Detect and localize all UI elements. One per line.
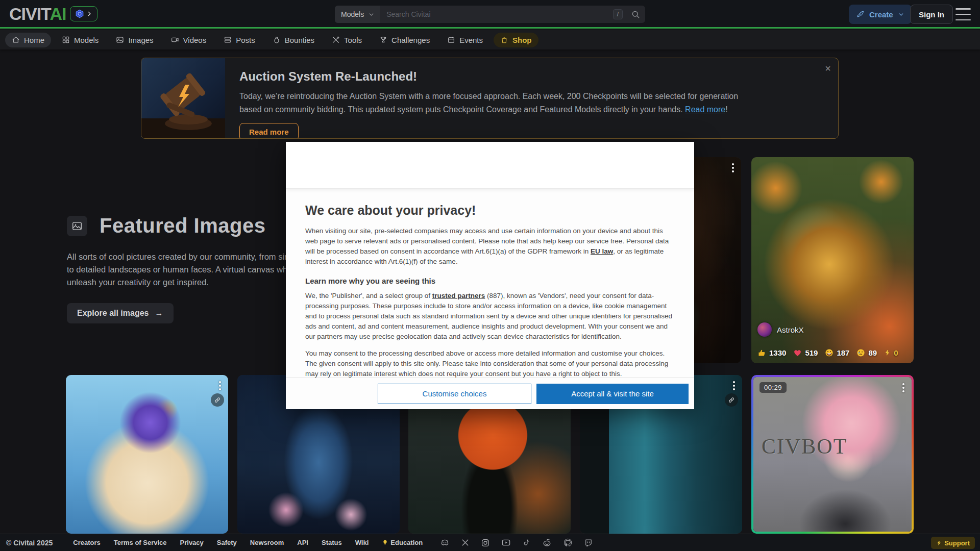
card-reaction-stats: 1330 519 187 89 0 (757, 348, 898, 357)
youtube-icon[interactable] (501, 538, 511, 547)
card-menu-icon[interactable] (217, 379, 223, 392)
thumbs-up-icon (757, 348, 766, 357)
video-icon (171, 36, 179, 44)
page-footer: © Civitai 2025 Creators Terms of Service… (0, 534, 980, 551)
search-bar: Models / (335, 6, 645, 23)
footer-link-terms[interactable]: Terms of Service (114, 539, 167, 546)
trusted-partners-link[interactable]: trusted partners (432, 292, 485, 299)
cry-emoji-icon (856, 348, 865, 357)
gavel-image (141, 58, 225, 138)
reddit-icon[interactable] (542, 538, 552, 547)
brush-icon (856, 10, 865, 19)
home-icon (12, 36, 20, 44)
heart-icon (793, 348, 802, 357)
hamburger-menu-icon[interactable] (955, 8, 971, 20)
nav-item-shop[interactable]: Shop (494, 33, 538, 47)
customise-choices-button[interactable]: Customise choices (378, 384, 531, 404)
support-button[interactable]: Support (931, 537, 975, 549)
tiktok-icon[interactable] (522, 538, 531, 547)
nav-item-models[interactable]: Models (55, 33, 105, 47)
stat-hearts[interactable]: 519 (793, 348, 818, 357)
instagram-icon[interactable] (481, 538, 490, 547)
banner-close-icon[interactable]: × (825, 63, 831, 73)
photo-icon (67, 216, 87, 236)
arrow-right-icon: → (155, 309, 163, 318)
logo-badge-button[interactable] (70, 6, 97, 21)
auction-announcement-banner: Auction System Re-Launched! Today, we’re… (141, 58, 839, 139)
stat-zap[interactable]: 0 (884, 348, 898, 357)
footer-link-status[interactable]: Status (322, 539, 342, 546)
twitch-icon[interactable] (584, 538, 593, 547)
accept-all-button[interactable]: Accept all & visit the site (536, 384, 689, 404)
featured-images-description: All sorts of cool pictures created by ou… (67, 251, 322, 289)
trophy-icon (379, 36, 387, 44)
zap-icon (884, 349, 891, 357)
stat-cries[interactable]: 89 (856, 348, 877, 357)
stat-likes[interactable]: 1330 (757, 348, 786, 357)
footer-link-safety[interactable]: Safety (217, 539, 237, 546)
footer-link-creators[interactable]: Creators (73, 539, 100, 546)
dialog-subheading: Learn more why you are seeing this (305, 277, 675, 285)
banner-text: Today, we’re reintroducing the Auction S… (239, 90, 747, 116)
username: AstrokX (777, 325, 804, 334)
calendar-icon (447, 36, 455, 44)
footer-link-wiki[interactable]: Wiki (355, 539, 369, 546)
nav-item-bounties[interactable]: Bounties (266, 33, 321, 47)
card-menu-icon[interactable] (731, 379, 737, 392)
card-menu-icon[interactable] (900, 381, 906, 394)
footer-link-privacy[interactable]: Privacy (180, 539, 204, 546)
footer-link-newsroom[interactable]: Newsroom (250, 539, 284, 546)
slash-shortcut-key: / (613, 9, 623, 19)
banner-title: Auction System Re-Launched! (239, 69, 818, 84)
github-icon[interactable] (563, 538, 573, 547)
nav-item-home[interactable]: Home (5, 33, 51, 47)
tools-icon (332, 36, 340, 44)
image-card-wizard-plush[interactable] (66, 375, 228, 534)
footer-link-education[interactable]: Education (382, 539, 423, 546)
search-input[interactable] (380, 10, 613, 18)
featured-images-title: Featured Images (100, 214, 265, 237)
stat-laughs[interactable]: 187 (825, 348, 849, 357)
create-button[interactable]: Create (849, 5, 912, 24)
featured-images-section: Featured Images All sorts of cool pictur… (67, 214, 322, 323)
top-header: CIVITAI Models / Create Sign In (0, 0, 980, 29)
discord-icon[interactable] (440, 538, 450, 547)
banner-read-more-link[interactable]: Read more (685, 105, 725, 114)
nav-item-tools[interactable]: Tools (325, 33, 369, 47)
nav-item-videos[interactable]: Videos (164, 33, 213, 47)
moneybag-icon (273, 36, 281, 44)
main-nav: Home Models Images Videos Posts Bounties… (0, 30, 980, 49)
dialog-paragraph-1: When visiting our site, pre-selected com… (305, 226, 675, 267)
privacy-consent-dialog: We care about your privacy! When visitin… (286, 142, 694, 409)
eu-law-link[interactable]: EU law (591, 247, 613, 255)
link-icon[interactable] (725, 393, 738, 407)
x-twitter-icon[interactable] (461, 538, 470, 547)
video-duration-badge: 00:29 (760, 382, 787, 393)
card-menu-icon[interactable] (730, 161, 736, 174)
shopping-bag-icon (500, 36, 508, 44)
hexagon-logo-icon (75, 9, 84, 18)
photo-icon (116, 36, 124, 44)
banner-read-more-button[interactable]: Read more (239, 123, 299, 139)
footer-link-api[interactable]: API (297, 539, 308, 546)
card-image (66, 375, 228, 534)
nav-item-images[interactable]: Images (109, 33, 160, 47)
footer-socials (440, 538, 593, 547)
sign-in-button[interactable]: Sign In (910, 5, 953, 24)
civitai-logo[interactable]: CIVITAI (9, 5, 66, 22)
chevron-right-icon (86, 11, 92, 17)
nav-item-events[interactable]: Events (440, 33, 489, 47)
explore-all-images-button[interactable]: Explore all images→ (67, 303, 174, 323)
search-icon[interactable] (626, 6, 645, 23)
grid-icon (62, 36, 70, 44)
video-card-civbot[interactable]: CIVBOT 00:29 (751, 375, 914, 534)
search-category-select[interactable]: Models (335, 6, 380, 23)
nav-item-posts[interactable]: Posts (217, 33, 262, 47)
image-card-astrokx[interactable]: AstrokX 1330 519 187 89 0 (751, 157, 914, 363)
chevron-down-icon (898, 11, 904, 18)
link-icon[interactable] (211, 393, 224, 407)
avatar (757, 322, 772, 337)
zap-icon (936, 540, 942, 546)
card-user[interactable]: AstrokX (757, 322, 804, 337)
nav-item-challenges[interactable]: Challenges (373, 33, 436, 47)
